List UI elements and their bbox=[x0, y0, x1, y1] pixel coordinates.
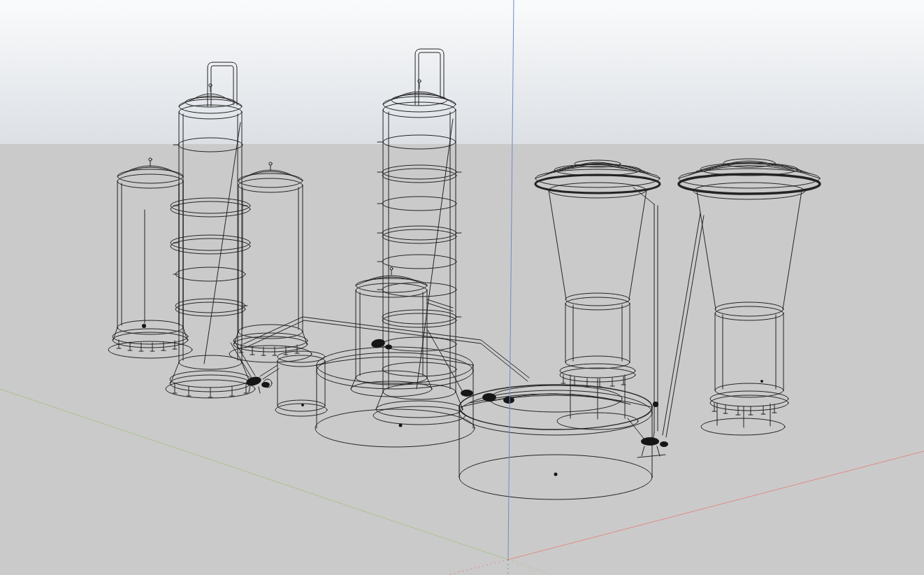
ground-plane bbox=[0, 144, 924, 575]
sky-background bbox=[0, 0, 924, 144]
3d-viewport[interactable] bbox=[0, 0, 924, 575]
